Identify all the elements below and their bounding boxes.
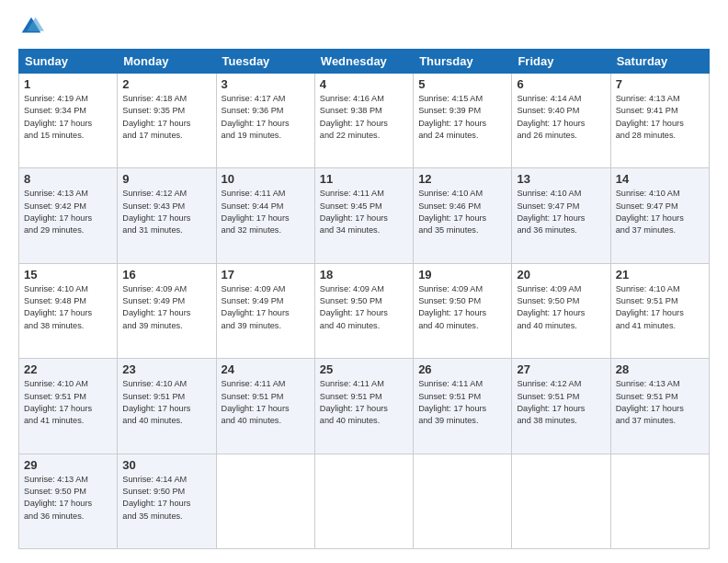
cell-info: Sunrise: 4:13 AMSunset: 9:51 PMDaylight:…	[616, 378, 704, 427]
cell-info: Sunrise: 4:18 AMSunset: 9:35 PMDaylight:…	[122, 93, 210, 142]
calendar-cell	[216, 454, 314, 548]
day-number: 28	[616, 362, 704, 376]
calendar-cell: 9Sunrise: 4:12 AMSunset: 9:43 PMDaylight…	[118, 168, 216, 263]
calendar-cell: 10Sunrise: 4:11 AMSunset: 9:44 PMDayligh…	[216, 168, 314, 263]
calendar-cell: 7Sunrise: 4:13 AMSunset: 9:41 PMDaylight…	[610, 74, 709, 168]
calendar-cell: 6Sunrise: 4:14 AMSunset: 9:40 PMDaylight…	[512, 74, 610, 168]
weekday-header: Wednesday	[314, 50, 413, 74]
calendar-table: SundayMondayTuesdayWednesdayThursdayFrid…	[18, 49, 710, 549]
weekday-header: Friday	[512, 50, 610, 74]
day-number: 8	[24, 172, 112, 186]
cell-info: Sunrise: 4:13 AMSunset: 9:50 PMDaylight:…	[24, 474, 112, 523]
weekday-header: Tuesday	[216, 50, 314, 74]
cell-info: Sunrise: 4:13 AMSunset: 9:41 PMDaylight:…	[616, 93, 704, 142]
header	[18, 14, 710, 40]
day-number: 1	[24, 77, 112, 91]
cell-info: Sunrise: 4:09 AMSunset: 9:49 PMDaylight:…	[222, 283, 310, 332]
weekday-header: Thursday	[414, 50, 512, 74]
day-number: 18	[320, 268, 408, 282]
weekday-header: Monday	[118, 50, 216, 74]
day-number: 17	[222, 268, 310, 282]
calendar-cell: 24Sunrise: 4:11 AMSunset: 9:51 PMDayligh…	[216, 359, 314, 454]
day-number: 6	[517, 77, 605, 91]
logo-icon	[18, 14, 44, 40]
day-number: 29	[24, 458, 112, 472]
calendar-cell: 20Sunrise: 4:09 AMSunset: 9:50 PMDayligh…	[512, 263, 610, 358]
cell-info: Sunrise: 4:09 AMSunset: 9:49 PMDaylight:…	[122, 283, 210, 332]
calendar-cell: 28Sunrise: 4:13 AMSunset: 9:51 PMDayligh…	[610, 359, 709, 454]
calendar-cell: 17Sunrise: 4:09 AMSunset: 9:49 PMDayligh…	[216, 263, 314, 358]
calendar-cell: 25Sunrise: 4:11 AMSunset: 9:51 PMDayligh…	[314, 359, 413, 454]
day-number: 13	[517, 172, 605, 186]
calendar-cell: 15Sunrise: 4:10 AMSunset: 9:48 PMDayligh…	[19, 263, 118, 358]
weekday-header: Saturday	[610, 50, 709, 74]
day-number: 24	[222, 362, 310, 376]
calendar-cell: 11Sunrise: 4:11 AMSunset: 9:45 PMDayligh…	[314, 168, 413, 263]
day-number: 10	[222, 172, 310, 186]
day-number: 3	[222, 77, 310, 91]
calendar-cell: 21Sunrise: 4:10 AMSunset: 9:51 PMDayligh…	[610, 263, 709, 358]
cell-info: Sunrise: 4:11 AMSunset: 9:45 PMDaylight:…	[320, 188, 408, 236]
calendar-cell: 8Sunrise: 4:13 AMSunset: 9:42 PMDaylight…	[19, 168, 118, 263]
cell-info: Sunrise: 4:10 AMSunset: 9:47 PMDaylight:…	[517, 188, 605, 236]
calendar-cell	[414, 454, 512, 548]
calendar-cell	[610, 454, 709, 548]
day-number: 12	[418, 172, 506, 186]
cell-info: Sunrise: 4:12 AMSunset: 9:43 PMDaylight:…	[122, 188, 210, 236]
day-number: 21	[616, 268, 704, 282]
logo	[18, 14, 48, 40]
cell-info: Sunrise: 4:17 AMSunset: 9:36 PMDaylight:…	[222, 93, 310, 142]
calendar-cell: 2Sunrise: 4:18 AMSunset: 9:35 PMDaylight…	[118, 74, 216, 168]
day-number: 25	[320, 362, 408, 376]
cell-info: Sunrise: 4:09 AMSunset: 9:50 PMDaylight:…	[418, 283, 506, 332]
day-number: 15	[24, 268, 112, 282]
day-number: 14	[616, 172, 704, 186]
cell-info: Sunrise: 4:09 AMSunset: 9:50 PMDaylight:…	[320, 283, 408, 332]
day-number: 2	[122, 77, 210, 91]
cell-info: Sunrise: 4:10 AMSunset: 9:51 PMDaylight:…	[24, 378, 112, 427]
calendar-cell: 23Sunrise: 4:10 AMSunset: 9:51 PMDayligh…	[118, 359, 216, 454]
calendar-cell: 4Sunrise: 4:16 AMSunset: 9:38 PMDaylight…	[314, 74, 413, 168]
calendar-cell: 22Sunrise: 4:10 AMSunset: 9:51 PMDayligh…	[19, 359, 118, 454]
calendar-cell: 18Sunrise: 4:09 AMSunset: 9:50 PMDayligh…	[314, 263, 413, 358]
cell-info: Sunrise: 4:14 AMSunset: 9:40 PMDaylight:…	[517, 93, 605, 142]
cell-info: Sunrise: 4:10 AMSunset: 9:46 PMDaylight:…	[418, 188, 506, 236]
calendar-cell: 27Sunrise: 4:12 AMSunset: 9:51 PMDayligh…	[512, 359, 610, 454]
cell-info: Sunrise: 4:12 AMSunset: 9:51 PMDaylight:…	[517, 378, 605, 427]
cell-info: Sunrise: 4:10 AMSunset: 9:47 PMDaylight:…	[616, 188, 704, 236]
day-number: 11	[320, 172, 408, 186]
day-number: 22	[24, 362, 112, 376]
cell-info: Sunrise: 4:16 AMSunset: 9:38 PMDaylight:…	[320, 93, 408, 142]
day-number: 30	[122, 458, 210, 472]
day-number: 5	[418, 77, 506, 91]
day-number: 16	[122, 268, 210, 282]
cell-info: Sunrise: 4:15 AMSunset: 9:39 PMDaylight:…	[418, 93, 506, 142]
day-number: 20	[517, 268, 605, 282]
day-number: 26	[418, 362, 506, 376]
calendar-cell: 13Sunrise: 4:10 AMSunset: 9:47 PMDayligh…	[512, 168, 610, 263]
weekday-header: Sunday	[19, 50, 118, 74]
cell-info: Sunrise: 4:10 AMSunset: 9:48 PMDaylight:…	[24, 283, 112, 332]
calendar-cell: 5Sunrise: 4:15 AMSunset: 9:39 PMDaylight…	[414, 74, 512, 168]
cell-info: Sunrise: 4:13 AMSunset: 9:42 PMDaylight:…	[24, 188, 112, 236]
calendar-cell: 16Sunrise: 4:09 AMSunset: 9:49 PMDayligh…	[118, 263, 216, 358]
calendar-cell: 19Sunrise: 4:09 AMSunset: 9:50 PMDayligh…	[414, 263, 512, 358]
calendar-cell: 1Sunrise: 4:19 AMSunset: 9:34 PMDaylight…	[19, 74, 118, 168]
day-number: 4	[320, 77, 408, 91]
day-number: 27	[517, 362, 605, 376]
cell-info: Sunrise: 4:14 AMSunset: 9:50 PMDaylight:…	[122, 474, 210, 523]
calendar-cell	[314, 454, 413, 548]
cell-info: Sunrise: 4:11 AMSunset: 9:44 PMDaylight:…	[222, 188, 310, 236]
day-number: 23	[122, 362, 210, 376]
calendar-cell: 12Sunrise: 4:10 AMSunset: 9:46 PMDayligh…	[414, 168, 512, 263]
cell-info: Sunrise: 4:19 AMSunset: 9:34 PMDaylight:…	[24, 93, 112, 142]
cell-info: Sunrise: 4:09 AMSunset: 9:50 PMDaylight:…	[517, 283, 605, 332]
calendar-cell	[512, 454, 610, 548]
day-number: 7	[616, 77, 704, 91]
page: SundayMondayTuesdayWednesdayThursdayFrid…	[0, 0, 728, 563]
cell-info: Sunrise: 4:10 AMSunset: 9:51 PMDaylight:…	[122, 378, 210, 427]
cell-info: Sunrise: 4:10 AMSunset: 9:51 PMDaylight:…	[616, 283, 704, 332]
calendar-cell: 3Sunrise: 4:17 AMSunset: 9:36 PMDaylight…	[216, 74, 314, 168]
cell-info: Sunrise: 4:11 AMSunset: 9:51 PMDaylight:…	[320, 378, 408, 427]
calendar-cell: 14Sunrise: 4:10 AMSunset: 9:47 PMDayligh…	[610, 168, 709, 263]
